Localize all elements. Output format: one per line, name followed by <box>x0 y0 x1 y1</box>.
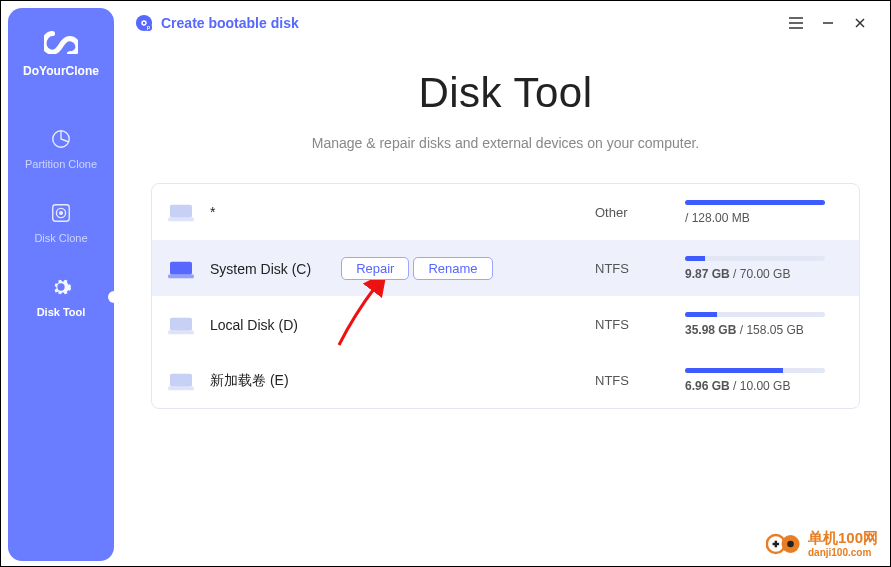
sidebar-item-label: Disk Clone <box>34 232 87 244</box>
disk-usage: 9.87 GB / 70.00 GB <box>685 256 835 281</box>
disk-list: *Other/ 128.00 MBSystem Disk (C)RepairRe… <box>151 183 860 409</box>
sidebar-item-partition-clone[interactable]: Partition Clone <box>8 112 114 186</box>
minimize-button[interactable] <box>812 7 844 39</box>
usage-text: 9.87 GB / 70.00 GB <box>685 267 835 281</box>
disk-icon <box>168 258 194 280</box>
close-button[interactable] <box>844 7 876 39</box>
disk-name: * <box>210 204 215 220</box>
menu-icon <box>788 16 804 30</box>
sidebar-item-disk-tool[interactable]: Disk Tool <box>8 260 114 334</box>
svg-point-3 <box>60 212 63 215</box>
filesystem-label: NTFS <box>595 261 685 276</box>
filesystem-label: NTFS <box>595 373 685 388</box>
usage-bar <box>685 368 825 373</box>
svg-rect-17 <box>170 261 192 274</box>
sidebar-item-label: Disk Tool <box>37 306 86 318</box>
disk-name: 新加载卷 (E) <box>210 372 289 390</box>
partition-clone-icon <box>50 128 72 150</box>
brand-label: DoYourClone <box>23 64 99 78</box>
disk-usage: / 128.00 MB <box>685 200 835 225</box>
disc-icon: P <box>135 14 153 32</box>
disk-usage: 6.96 GB / 10.00 GB <box>685 368 835 393</box>
disk-name: System Disk (C) <box>210 261 311 277</box>
sidebar-item-label: Partition Clone <box>25 158 97 170</box>
sidebar: DoYourClone Partition Clone Disk Clone D… <box>8 8 114 561</box>
sidebar-item-disk-clone[interactable]: Disk Clone <box>8 186 114 260</box>
main-content: Disk Tool Manage & repair disks and exte… <box>121 45 890 566</box>
page-subtitle: Manage & repair disks and external devic… <box>151 135 860 151</box>
repair-button[interactable]: Repair <box>341 257 409 280</box>
disk-icon <box>168 201 194 223</box>
svg-rect-16 <box>168 218 194 222</box>
rename-button[interactable]: Rename <box>413 257 492 280</box>
disk-name: Local Disk (D) <box>210 317 298 333</box>
svg-point-6 <box>143 22 145 24</box>
disk-row[interactable]: System Disk (C)RepairRenameNTFS9.87 GB /… <box>152 240 859 296</box>
svg-rect-20 <box>168 330 194 334</box>
disk-row[interactable]: *Other/ 128.00 MB <box>152 184 859 240</box>
usage-bar <box>685 312 825 317</box>
usage-bar <box>685 256 825 261</box>
disk-icon <box>168 314 194 336</box>
disk-tool-icon <box>50 276 72 298</box>
page-title: Disk Tool <box>151 69 860 117</box>
create-bootable-button[interactable]: P Create bootable disk <box>135 14 299 32</box>
svg-text:P: P <box>147 26 150 31</box>
disk-icon <box>168 370 194 392</box>
svg-rect-18 <box>168 274 194 278</box>
usage-bar <box>685 200 825 205</box>
usage-text: 35.98 GB / 158.05 GB <box>685 323 835 337</box>
filesystem-label: Other <box>595 205 685 220</box>
usage-text: 6.96 GB / 10.00 GB <box>685 379 835 393</box>
disk-row[interactable]: Local Disk (D)NTFS35.98 GB / 158.05 GB <box>152 296 859 352</box>
filesystem-label: NTFS <box>595 317 685 332</box>
create-bootable-label: Create bootable disk <box>161 15 299 31</box>
close-icon <box>853 16 867 30</box>
minimize-icon <box>821 16 835 30</box>
svg-rect-21 <box>170 373 192 386</box>
svg-rect-22 <box>168 386 194 390</box>
svg-rect-15 <box>170 205 192 218</box>
svg-rect-19 <box>170 317 192 330</box>
menu-button[interactable] <box>780 7 812 39</box>
topbar: P Create bootable disk <box>121 1 890 45</box>
app-logo <box>44 30 78 54</box>
disk-row[interactable]: 新加载卷 (E)NTFS6.96 GB / 10.00 GB <box>152 352 859 408</box>
disk-clone-icon <box>50 202 72 224</box>
disk-actions: RepairRename <box>341 257 496 280</box>
disk-usage: 35.98 GB / 158.05 GB <box>685 312 835 337</box>
usage-text: / 128.00 MB <box>685 211 835 225</box>
